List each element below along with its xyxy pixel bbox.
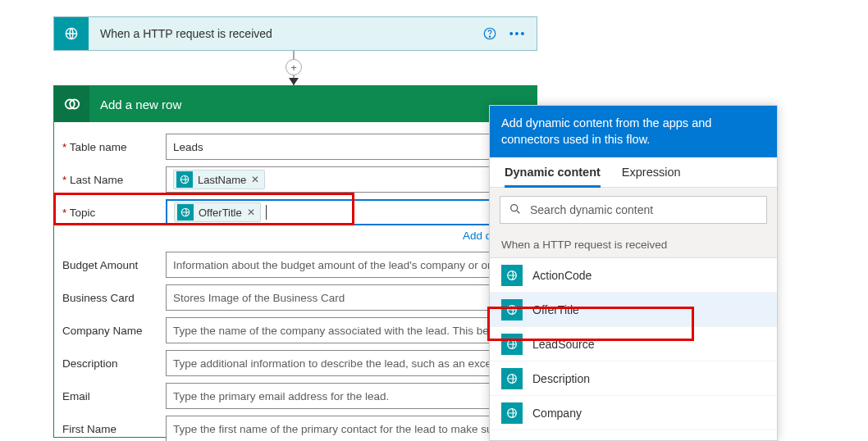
input-company-name[interactable]: Type the name of the company associated … xyxy=(166,317,528,343)
panel-section-label: When a HTTP request is received xyxy=(490,232,777,258)
remove-token-icon[interactable]: ✕ xyxy=(247,207,255,218)
search-icon xyxy=(509,202,522,218)
dynamic-content-panel: Add dynamic content from the apps and co… xyxy=(489,105,778,441)
dataverse-icon xyxy=(54,86,89,122)
http-token-icon xyxy=(176,171,193,188)
dyn-item-actioncode[interactable]: ActionCode xyxy=(490,258,777,293)
action-card: Add a new row Table name Leads Last Name… xyxy=(53,85,537,438)
label-email: Email xyxy=(62,390,166,402)
value-table-name: Leads xyxy=(173,141,203,153)
dyn-item-leadsource[interactable]: LeadSource xyxy=(490,327,777,361)
http-token-icon xyxy=(501,299,523,321)
token-offertitle[interactable]: OfferTitle ✕ xyxy=(174,202,261,222)
label-budget-amount: Budget Amount xyxy=(62,259,166,271)
placeholder-company-name: Type the name of the company associated … xyxy=(173,325,516,337)
label-business-card: Business Card xyxy=(62,292,166,304)
dyn-item-company[interactable]: Company xyxy=(490,396,777,430)
http-token-icon xyxy=(177,204,194,220)
dyn-item-description[interactable]: Description xyxy=(490,361,777,396)
text-cursor xyxy=(266,205,267,220)
token-offertitle-text: OfferTitle xyxy=(199,207,242,219)
panel-tabs: Dynamic content Expression xyxy=(490,157,777,188)
placeholder-email: Type the primary email address for the l… xyxy=(173,390,389,402)
tab-dynamic-content[interactable]: Dynamic content xyxy=(505,166,601,188)
input-business-card[interactable]: Stores Image of the Business Card xyxy=(166,284,528,311)
label-last-name: Last Name xyxy=(62,174,166,186)
dyn-item-label: Description xyxy=(532,372,590,385)
label-table-name: Table name xyxy=(62,141,166,153)
input-topic[interactable]: OfferTitle ✕ xyxy=(166,199,528,225)
dyn-item-label: LeadSource xyxy=(532,338,595,351)
dyn-item-offertitle[interactable]: OfferTitle xyxy=(490,293,777,327)
svg-point-2 xyxy=(489,36,490,37)
dyn-item-label: Company xyxy=(532,407,582,420)
dyn-item-label: OfferTitle xyxy=(532,303,579,316)
help-icon[interactable] xyxy=(477,21,502,46)
input-email[interactable]: Type the primary email address for the l… xyxy=(166,383,528,409)
trigger-title: When a HTTP request is received xyxy=(89,27,477,40)
panel-header: Add dynamic content from the apps and co… xyxy=(490,106,777,157)
action-header[interactable]: Add a new row xyxy=(54,86,537,122)
remove-token-icon[interactable]: ✕ xyxy=(251,174,259,185)
trigger-card[interactable]: When a HTTP request is received ••• xyxy=(53,16,537,51)
http-token-icon xyxy=(501,334,523,355)
action-title: Add a new row xyxy=(89,98,181,111)
search-input[interactable]: Search dynamic content xyxy=(500,196,767,224)
input-budget-amount[interactable]: Information about the budget amount of t… xyxy=(166,252,528,278)
more-menu-icon[interactable]: ••• xyxy=(502,21,533,46)
placeholder-description: Type additional information to describe … xyxy=(173,357,514,370)
placeholder-budget-amount: Information about the budget amount of t… xyxy=(173,259,509,271)
input-table-name[interactable]: Leads xyxy=(166,134,528,160)
search-placeholder: Search dynamic content xyxy=(530,203,653,216)
http-token-icon xyxy=(501,265,523,286)
label-topic: Topic xyxy=(62,207,166,219)
arrow-down-icon xyxy=(289,78,299,85)
placeholder-business-card: Stores Image of the Business Card xyxy=(173,292,345,304)
token-lastname-text: LastName xyxy=(198,174,246,186)
input-last-name[interactable]: LastName ✕ xyxy=(166,166,528,193)
dyn-item-label: ActionCode xyxy=(532,269,592,282)
placeholder-first-name: Type the first name of the primary conta… xyxy=(173,423,514,435)
http-request-icon xyxy=(54,17,89,50)
tab-expression[interactable]: Expression xyxy=(622,166,681,187)
token-lastname[interactable]: LastName ✕ xyxy=(173,170,265,189)
label-description: Description xyxy=(62,357,166,370)
input-first-name[interactable]: Type the first name of the primary conta… xyxy=(166,416,528,441)
input-description[interactable]: Type additional information to describe … xyxy=(166,350,528,376)
label-first-name: First Name xyxy=(62,423,166,435)
svg-point-7 xyxy=(511,204,518,211)
http-token-icon xyxy=(501,368,523,389)
add-step-button[interactable]: + xyxy=(286,59,302,75)
label-company-name: Company Name xyxy=(62,325,166,337)
http-token-icon xyxy=(501,402,523,424)
